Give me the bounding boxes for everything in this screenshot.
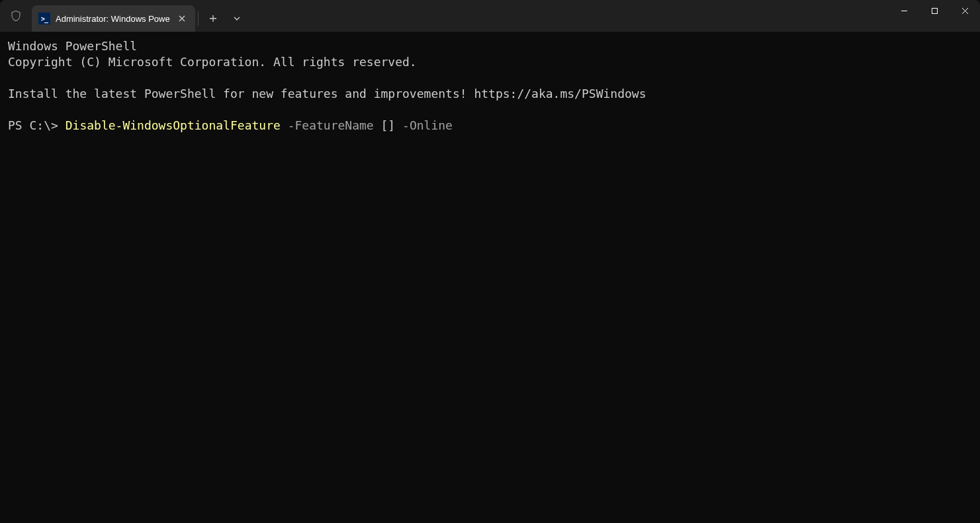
tab-powershell[interactable]: >_ Administrator: Windows Powe xyxy=(32,5,195,32)
admin-shield-icon xyxy=(0,0,32,32)
titlebar: >_ Administrator: Windows Powe xyxy=(0,0,980,32)
terminal-output[interactable]: Windows PowerShellCopyright (C) Microsof… xyxy=(0,32,980,523)
maximize-button[interactable] xyxy=(919,0,950,21)
install-hint-line: Install the latest PowerShell for new fe… xyxy=(8,86,972,102)
svg-rect-0 xyxy=(932,8,937,13)
close-tab-button[interactable] xyxy=(175,12,189,25)
close-window-button[interactable] xyxy=(950,0,980,21)
tab-divider xyxy=(198,11,199,26)
app-window: >_ Administrator: Windows Powe xyxy=(0,0,980,523)
prompt-prefix: PS C:\> xyxy=(8,118,66,132)
titlebar-drag-region[interactable] xyxy=(249,0,889,32)
banner-line: Windows PowerShell xyxy=(8,38,972,54)
tab-actions xyxy=(195,5,249,32)
prompt-line: PS C:\> Disable-WindowsOptionalFeature -… xyxy=(8,118,972,134)
tab-dropdown-button[interactable] xyxy=(225,5,249,32)
cmdlet-token: Disable-WindowsOptionalFeature xyxy=(66,118,281,132)
blank-line xyxy=(8,70,972,86)
new-tab-button[interactable] xyxy=(201,5,225,32)
powershell-icon: >_ xyxy=(38,13,50,24)
param-token: -Online xyxy=(395,118,453,132)
arg-token: [] xyxy=(381,118,396,132)
param-token: -FeatureName xyxy=(281,118,381,132)
window-controls xyxy=(889,0,980,32)
tab-title: Administrator: Windows Powe xyxy=(56,14,170,24)
minimize-button[interactable] xyxy=(889,0,919,21)
banner-line: Copyright (C) Microsoft Corporation. All… xyxy=(8,54,972,70)
blank-line xyxy=(8,102,972,118)
